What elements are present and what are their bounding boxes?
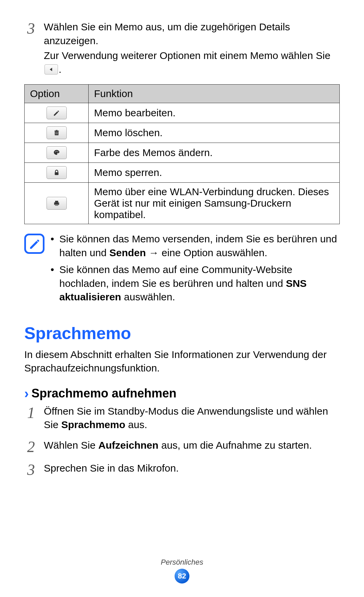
svg-point-7 [55, 151, 56, 152]
section-title: Sprachmemo [24, 324, 340, 343]
step3-line1: Wählen Sie ein Memo aus, um die zugehöri… [44, 20, 340, 48]
section-intro: In diesem Abschnitt erhalten Sie Informa… [24, 348, 340, 375]
step3-line2a: Zur Verwendung weiterer Optionen mit ein… [44, 50, 330, 61]
col-function: Funktion [89, 85, 340, 103]
s2c: aus, um die Aufnahme zu starten. [158, 440, 312, 451]
svg-rect-3 [56, 130, 58, 131]
step-number: 3 [24, 21, 38, 36]
s2a: Wählen Sie [44, 440, 98, 451]
footer-category: Persönliches [0, 558, 364, 567]
note2a: Sie können das Memo auf eine Community-W… [59, 264, 292, 289]
cell-fn-delete: Memo löschen. [89, 123, 340, 143]
step-number: 2 [24, 439, 38, 455]
note1c: → eine Option auswählen. [146, 247, 267, 258]
note-body: Sie können das Memo versenden, indem Sie… [51, 232, 340, 307]
back-arrow-button[interactable] [44, 64, 58, 74]
step-body: Wählen Sie Aufzeichnen aus, um die Aufna… [44, 439, 340, 452]
cell-icon-color [25, 143, 89, 163]
palette-icon [47, 146, 67, 159]
step-number: 3 [24, 462, 38, 478]
svg-marker-0 [50, 67, 52, 71]
cell-fn-color: Farbe des Memos ändern. [89, 143, 340, 163]
cell-fn-edit: Memo bearbeiten. [89, 103, 340, 123]
svg-rect-4 [55, 132, 56, 134]
cell-icon-lock [25, 163, 89, 183]
svg-rect-2 [54, 131, 59, 131]
printer-icon [47, 197, 67, 210]
cell-fn-print: Memo über eine WLAN-Verbindung drucken. … [89, 183, 340, 224]
note-item-2: Sie können das Memo auf eine Community-W… [51, 263, 340, 304]
step-body: Sprechen Sie in das Mikrofon. [44, 461, 340, 475]
pencil-icon [47, 107, 67, 119]
cell-icon-edit [25, 103, 89, 123]
chevron-right-icon: › [24, 386, 29, 401]
step-number: 1 [24, 405, 38, 421]
note1b: Senden [109, 247, 146, 258]
s1c: aus. [125, 419, 147, 430]
note2c: auswählen. [121, 291, 175, 302]
subheading-text: Sprachmemo aufnehmen [31, 386, 176, 400]
note-icon [24, 234, 44, 254]
cell-icon-delete [25, 123, 89, 143]
options-table: Option Funktion Memo bearbeiten. Memo lö… [24, 84, 340, 224]
page-footer: Persönliches 82 [0, 558, 364, 584]
step3-line2b: . [59, 64, 61, 75]
s2b: Aufzeichnen [98, 440, 158, 451]
s1b: Sprachmemo [61, 419, 125, 430]
svg-rect-5 [56, 132, 57, 134]
svg-point-8 [56, 151, 57, 152]
step-body: Wählen Sie ein Memo aus, um die zugehöri… [44, 20, 340, 78]
cell-icon-print [25, 183, 89, 224]
page-number: 82 [175, 569, 189, 584]
svg-rect-12 [55, 201, 58, 203]
col-option: Option [25, 85, 89, 103]
cell-fn-lock: Memo sperren. [89, 163, 340, 183]
svg-point-14 [58, 203, 59, 203]
trash-icon [47, 126, 67, 139]
svg-rect-6 [57, 132, 57, 134]
svg-point-9 [57, 151, 58, 152]
svg-rect-13 [55, 204, 58, 206]
lock-icon [47, 166, 67, 179]
note-item-1: Sie können das Memo versenden, indem Sie… [51, 232, 340, 260]
svg-rect-10 [55, 172, 58, 175]
step-body: Öffnen Sie im Standby-Modus die Anwendun… [44, 405, 340, 432]
step3-line2: Zur Verwendung weiterer Optionen mit ein… [44, 49, 340, 76]
subheading: › Sprachmemo aufnehmen [24, 386, 340, 401]
